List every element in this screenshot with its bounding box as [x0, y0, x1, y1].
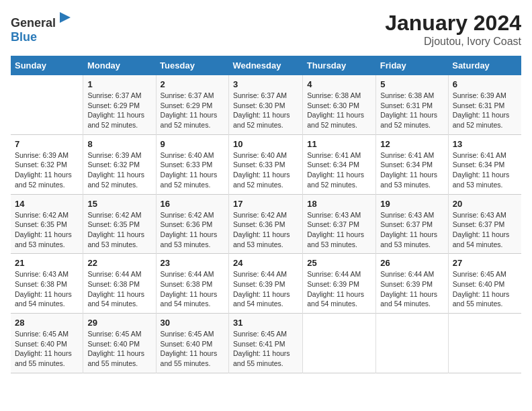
day-number: 29 [87, 318, 151, 328]
day-number: 26 [380, 258, 443, 268]
page-subtitle: Djoutou, Ivory Coast [385, 36, 521, 48]
day-number: 9 [161, 139, 224, 149]
calendar-cell: 15Sunrise: 6:42 AMSunset: 6:35 PMDayligh… [83, 194, 156, 254]
calendar-cell: 1Sunrise: 6:37 AMSunset: 6:29 PMDaylight… [83, 75, 156, 134]
calendar-cell: 29Sunrise: 6:45 AMSunset: 6:40 PMDayligh… [83, 314, 156, 373]
day-number: 7 [15, 139, 79, 149]
week-row-5: 28Sunrise: 6:45 AMSunset: 6:40 PMDayligh… [11, 314, 521, 373]
day-number: 22 [87, 258, 151, 268]
calendar-header-row: SundayMondayTuesdayWednesdayThursdayFrid… [11, 56, 521, 75]
day-info: Sunrise: 6:41 AMSunset: 6:34 PMDaylight:… [380, 150, 443, 190]
day-number: 4 [307, 79, 371, 89]
header-wednesday: Wednesday [228, 56, 302, 75]
calendar-cell: 9Sunrise: 6:40 AMSunset: 6:33 PMDaylight… [156, 134, 228, 194]
day-number: 30 [161, 318, 224, 328]
week-row-1: 1Sunrise: 6:37 AMSunset: 6:29 PMDaylight… [11, 75, 521, 134]
day-info: Sunrise: 6:42 AMSunset: 6:35 PMDaylight:… [15, 210, 79, 250]
day-number: 28 [15, 318, 79, 328]
calendar-cell: 16Sunrise: 6:42 AMSunset: 6:36 PMDayligh… [156, 194, 228, 254]
day-number: 16 [161, 199, 224, 209]
calendar-cell: 28Sunrise: 6:45 AMSunset: 6:40 PMDayligh… [11, 314, 83, 373]
calendar-table: SundayMondayTuesdayWednesdayThursdayFrid… [11, 56, 521, 373]
calendar-cell: 12Sunrise: 6:41 AMSunset: 6:34 PMDayligh… [376, 134, 448, 194]
calendar-cell: 24Sunrise: 6:44 AMSunset: 6:39 PMDayligh… [228, 254, 302, 314]
day-number: 8 [87, 139, 151, 149]
calendar-cell: 17Sunrise: 6:42 AMSunset: 6:36 PMDayligh… [228, 194, 302, 254]
day-number: 3 [233, 79, 298, 89]
calendar-cell: 5Sunrise: 6:38 AMSunset: 6:31 PMDaylight… [376, 75, 448, 134]
page-title: January 2024 [385, 11, 521, 36]
day-info: Sunrise: 6:39 AMSunset: 6:32 PMDaylight:… [87, 150, 151, 190]
day-info: Sunrise: 6:42 AMSunset: 6:36 PMDaylight:… [161, 210, 224, 250]
day-number: 17 [233, 199, 298, 209]
day-number: 13 [453, 139, 517, 149]
calendar-cell: 10Sunrise: 6:40 AMSunset: 6:33 PMDayligh… [228, 134, 302, 194]
calendar-cell: 3Sunrise: 6:37 AMSunset: 6:30 PMDaylight… [228, 75, 302, 134]
day-number: 24 [233, 258, 298, 268]
day-info: Sunrise: 6:38 AMSunset: 6:30 PMDaylight:… [307, 91, 371, 130]
calendar-cell: 27Sunrise: 6:45 AMSunset: 6:40 PMDayligh… [448, 254, 521, 314]
day-info: Sunrise: 6:43 AMSunset: 6:37 PMDaylight:… [453, 210, 517, 250]
calendar-cell: 26Sunrise: 6:44 AMSunset: 6:39 PMDayligh… [376, 254, 448, 314]
calendar-cell [376, 314, 448, 373]
day-number: 15 [87, 199, 151, 209]
day-number: 10 [233, 139, 298, 149]
day-number: 21 [15, 258, 79, 268]
day-number: 12 [380, 139, 443, 149]
calendar-cell [11, 75, 83, 134]
day-number: 31 [233, 318, 298, 328]
calendar-cell [448, 314, 521, 373]
day-number: 20 [453, 199, 517, 209]
calendar-cell: 25Sunrise: 6:44 AMSunset: 6:39 PMDayligh… [303, 254, 376, 314]
day-info: Sunrise: 6:37 AMSunset: 6:29 PMDaylight:… [161, 91, 224, 130]
calendar-cell: 2Sunrise: 6:37 AMSunset: 6:29 PMDaylight… [156, 75, 228, 134]
day-info: Sunrise: 6:42 AMSunset: 6:36 PMDaylight:… [233, 210, 298, 250]
day-info: Sunrise: 6:45 AMSunset: 6:40 PMDaylight:… [453, 269, 517, 309]
header-thursday: Thursday [303, 56, 376, 75]
day-info: Sunrise: 6:37 AMSunset: 6:29 PMDaylight:… [87, 91, 151, 130]
day-number: 11 [307, 139, 371, 149]
day-info: Sunrise: 6:44 AMSunset: 6:38 PMDaylight:… [161, 269, 224, 309]
day-number: 14 [15, 199, 79, 209]
day-info: Sunrise: 6:45 AMSunset: 6:40 PMDaylight:… [15, 329, 79, 369]
calendar-cell: 4Sunrise: 6:38 AMSunset: 6:30 PMDaylight… [303, 75, 376, 134]
day-number: 5 [380, 79, 443, 89]
day-info: Sunrise: 6:45 AMSunset: 6:40 PMDaylight:… [87, 329, 151, 369]
day-info: Sunrise: 6:45 AMSunset: 6:40 PMDaylight:… [161, 329, 224, 369]
day-number: 23 [161, 258, 224, 268]
title-block: January 2024 Djoutou, Ivory Coast [385, 11, 521, 48]
calendar-cell: 14Sunrise: 6:42 AMSunset: 6:35 PMDayligh… [11, 194, 83, 254]
day-info: Sunrise: 6:44 AMSunset: 6:39 PMDaylight:… [233, 269, 298, 309]
day-info: Sunrise: 6:39 AMSunset: 6:31 PMDaylight:… [453, 91, 517, 130]
day-number: 6 [453, 79, 517, 89]
day-number: 18 [307, 199, 371, 209]
day-info: Sunrise: 6:44 AMSunset: 6:39 PMDaylight:… [307, 269, 371, 309]
day-info: Sunrise: 6:41 AMSunset: 6:34 PMDaylight:… [453, 150, 517, 190]
day-info: Sunrise: 6:44 AMSunset: 6:38 PMDaylight:… [87, 269, 151, 309]
week-row-4: 21Sunrise: 6:43 AMSunset: 6:38 PMDayligh… [11, 254, 521, 314]
day-number: 19 [380, 199, 443, 209]
logo-blue: Blue [11, 30, 37, 44]
day-info: Sunrise: 6:41 AMSunset: 6:34 PMDaylight:… [307, 150, 371, 190]
day-number: 27 [453, 258, 517, 268]
day-number: 1 [87, 79, 151, 89]
day-info: Sunrise: 6:43 AMSunset: 6:37 PMDaylight:… [380, 210, 443, 250]
day-info: Sunrise: 6:40 AMSunset: 6:33 PMDaylight:… [161, 150, 224, 190]
calendar-cell [303, 314, 376, 373]
day-info: Sunrise: 6:40 AMSunset: 6:33 PMDaylight:… [233, 150, 298, 190]
calendar-cell: 30Sunrise: 6:45 AMSunset: 6:40 PMDayligh… [156, 314, 228, 373]
header-saturday: Saturday [448, 56, 521, 75]
calendar-cell: 21Sunrise: 6:43 AMSunset: 6:38 PMDayligh… [11, 254, 83, 314]
svg-marker-0 [60, 12, 71, 23]
logo-text: General Blue [11, 11, 73, 44]
day-number: 2 [161, 79, 224, 89]
week-row-2: 7Sunrise: 6:39 AMSunset: 6:32 PMDaylight… [11, 134, 521, 194]
header-monday: Monday [83, 56, 156, 75]
calendar-cell: 19Sunrise: 6:43 AMSunset: 6:37 PMDayligh… [376, 194, 448, 254]
header-tuesday: Tuesday [156, 56, 228, 75]
day-info: Sunrise: 6:37 AMSunset: 6:30 PMDaylight:… [233, 91, 298, 130]
calendar-cell: 22Sunrise: 6:44 AMSunset: 6:38 PMDayligh… [83, 254, 156, 314]
day-info: Sunrise: 6:42 AMSunset: 6:35 PMDaylight:… [87, 210, 151, 250]
calendar-cell: 11Sunrise: 6:41 AMSunset: 6:34 PMDayligh… [303, 134, 376, 194]
page-header: General Blue January 2024 Djoutou, Ivory… [11, 11, 521, 48]
